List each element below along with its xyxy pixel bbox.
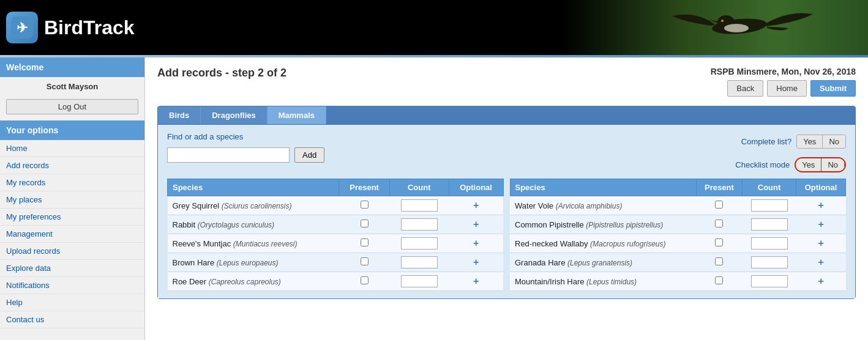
submit-button[interactable]: Submit (810, 80, 856, 97)
sidebar-item-help[interactable]: Help (0, 294, 144, 311)
species-present-cell (339, 253, 389, 272)
species-name-cell: Rabbit (Oryctolagus cuniculus) (168, 215, 339, 234)
sidebar-item-contact-us[interactable]: Contact us (0, 311, 144, 328)
count-input[interactable] (751, 275, 788, 287)
species-optional-cell: + (449, 253, 503, 272)
count-input[interactable] (751, 199, 788, 212)
count-input[interactable] (401, 218, 438, 231)
table-row: Roe Deer (Capreolus capreolus) + (168, 272, 504, 291)
species-add-button[interactable]: + (473, 238, 479, 249)
species-add-button[interactable]: + (473, 219, 479, 230)
tab-dragonflies[interactable]: Dragonflies (201, 106, 268, 124)
species-name-cell: Red-necked Wallaby (Macropus rufogriseus… (510, 234, 696, 253)
species-name-cell: Mountain/Irish Hare (Lepus timidus) (510, 272, 696, 291)
species-present-cell (339, 272, 389, 291)
present-checkbox[interactable] (715, 238, 723, 246)
count-input[interactable] (751, 256, 788, 268)
species-name-cell: Grey Squirrel (Sciurus carolinensis) (168, 196, 339, 215)
species-common-name: Roe Deer (173, 277, 207, 286)
add-species-button[interactable]: Add (294, 147, 324, 163)
find-species-section: Find or add a species Add (167, 132, 324, 169)
present-checkbox[interactable] (361, 276, 369, 284)
right-th-count: Count (742, 179, 796, 196)
sidebar: Welcome Scott Mayson Log Out Your option… (0, 57, 145, 340)
table-row: Brown Hare (Lepus europaeus) + (168, 253, 504, 272)
species-add-button[interactable]: + (473, 200, 479, 211)
present-checkbox[interactable] (361, 238, 369, 246)
complete-list-label: Complete list? (741, 137, 791, 146)
left-th-count: Count (389, 179, 449, 196)
count-input[interactable] (401, 199, 438, 212)
count-input[interactable] (401, 237, 438, 249)
sidebar-options-header: Your options (0, 120, 144, 140)
sidebar-item-management[interactable]: Management (0, 226, 144, 243)
sidebar-item-notifications[interactable]: Notifications (0, 277, 144, 294)
species-count-cell (389, 196, 449, 215)
complete-list-yes[interactable]: Yes (797, 135, 823, 148)
sidebar-item-explore-data[interactable]: Explore data (0, 260, 144, 277)
species-scientific-name: (Muntiacus reevesi) (233, 240, 297, 248)
species-add-button[interactable]: + (818, 219, 823, 230)
species-count-cell (389, 272, 449, 291)
count-input[interactable] (401, 275, 438, 287)
find-species-input-row: Add (167, 147, 324, 163)
back-button[interactable]: Back (727, 80, 763, 97)
species-optional-cell: + (796, 234, 846, 253)
present-checkbox[interactable] (361, 257, 369, 265)
species-optional-cell: + (449, 272, 503, 291)
species-optional-cell: + (796, 253, 846, 272)
checklist-mode-no[interactable]: No (821, 158, 845, 171)
species-count-cell (389, 215, 449, 234)
left-th-present: Present (339, 179, 389, 196)
species-count-cell (742, 234, 796, 253)
species-common-name: Rabbit (173, 220, 196, 229)
sidebar-item-my-records[interactable]: My records (0, 174, 144, 191)
count-input[interactable] (401, 256, 438, 268)
count-input[interactable] (751, 218, 788, 231)
complete-list-no[interactable]: No (823, 135, 845, 148)
sidebar-item-upload-records[interactable]: Upload records (0, 243, 144, 260)
checklist-mode-yes[interactable]: Yes (796, 158, 821, 171)
tab-content-mammals: Find or add a species Add Complete list?… (158, 125, 855, 298)
present-checkbox[interactable] (715, 201, 723, 209)
species-common-name: Water Vole (515, 201, 553, 210)
logo-text: BirdTrack (44, 17, 135, 39)
present-checkbox[interactable] (715, 276, 723, 284)
species-add-button[interactable]: + (473, 257, 479, 268)
present-checkbox[interactable] (715, 220, 723, 227)
species-common-name: Mountain/Irish Hare (515, 277, 584, 286)
species-add-button[interactable]: + (818, 276, 823, 287)
species-common-name: Grey Squirrel (173, 201, 220, 210)
species-add-button[interactable]: + (818, 257, 823, 268)
home-button[interactable]: Home (767, 80, 807, 97)
main-content: Add records - step 2 of 2 RSPB Minsmere,… (145, 57, 868, 340)
right-species-table-wrap: Species Present Count Optional Water Vol… (510, 179, 847, 291)
present-checkbox[interactable] (715, 257, 723, 265)
checklist-mode-toggle: Yes No (795, 157, 846, 172)
count-input[interactable] (751, 237, 788, 249)
sidebar-item-my-places[interactable]: My places (0, 191, 144, 209)
app-header: ✈ BirdTrack (0, 0, 868, 55)
species-name-cell: Common Pipistrelle (Pipistrellus pipistr… (510, 215, 696, 234)
species-add-button[interactable]: + (473, 276, 479, 287)
tab-mammals[interactable]: Mammals (268, 106, 326, 124)
species-add-button[interactable]: + (818, 238, 823, 249)
right-th-species: Species (510, 179, 696, 196)
find-species-input[interactable] (167, 147, 290, 163)
species-name-cell: Roe Deer (Capreolus capreolus) (168, 272, 339, 291)
species-common-name: Red-necked Wallaby (515, 239, 588, 248)
logout-button[interactable]: Log Out (6, 99, 138, 114)
sidebar-item-home[interactable]: Home (0, 140, 144, 157)
present-checkbox[interactable] (361, 220, 369, 227)
species-optional-cell: + (449, 196, 503, 215)
table-row: Grey Squirrel (Sciurus carolinensis) + (168, 196, 504, 215)
sidebar-welcome-header: Welcome (0, 57, 144, 77)
tab-birds[interactable]: Birds (158, 106, 201, 124)
sidebar-item-add-records[interactable]: Add records (0, 157, 144, 174)
species-present-cell (339, 196, 389, 215)
sidebar-item-my-preferences[interactable]: My preferences (0, 209, 144, 226)
present-checkbox[interactable] (361, 201, 369, 209)
bird-silhouette (623, 5, 831, 51)
species-add-button[interactable]: + (818, 200, 823, 211)
species-scientific-name: (Sciurus carolinensis) (222, 202, 292, 210)
